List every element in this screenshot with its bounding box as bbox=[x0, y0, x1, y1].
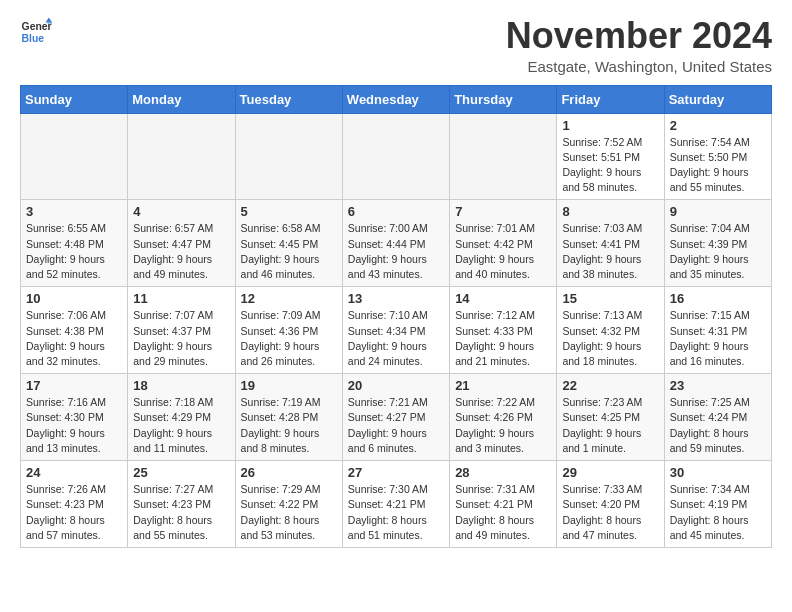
calendar-cell: 30Sunrise: 7:34 AMSunset: 4:19 PMDayligh… bbox=[664, 461, 771, 548]
logo: General Blue bbox=[20, 16, 52, 48]
day-detail: Sunrise: 6:57 AMSunset: 4:47 PMDaylight:… bbox=[133, 221, 229, 282]
day-detail: Sunrise: 7:26 AMSunset: 4:23 PMDaylight:… bbox=[26, 482, 122, 543]
calendar-week-4: 17Sunrise: 7:16 AMSunset: 4:30 PMDayligh… bbox=[21, 374, 772, 461]
header-row: Sunday Monday Tuesday Wednesday Thursday… bbox=[21, 85, 772, 113]
calendar-cell: 24Sunrise: 7:26 AMSunset: 4:23 PMDayligh… bbox=[21, 461, 128, 548]
day-detail: Sunrise: 7:29 AMSunset: 4:22 PMDaylight:… bbox=[241, 482, 337, 543]
day-detail: Sunrise: 7:34 AMSunset: 4:19 PMDaylight:… bbox=[670, 482, 766, 543]
day-detail: Sunrise: 7:15 AMSunset: 4:31 PMDaylight:… bbox=[670, 308, 766, 369]
day-number: 13 bbox=[348, 291, 444, 306]
day-number: 19 bbox=[241, 378, 337, 393]
day-number: 12 bbox=[241, 291, 337, 306]
day-number: 29 bbox=[562, 465, 658, 480]
day-detail: Sunrise: 7:06 AMSunset: 4:38 PMDaylight:… bbox=[26, 308, 122, 369]
svg-text:General: General bbox=[22, 21, 52, 32]
calendar-cell: 9Sunrise: 7:04 AMSunset: 4:39 PMDaylight… bbox=[664, 200, 771, 287]
day-number: 2 bbox=[670, 118, 766, 133]
calendar-week-3: 10Sunrise: 7:06 AMSunset: 4:38 PMDayligh… bbox=[21, 287, 772, 374]
day-detail: Sunrise: 7:22 AMSunset: 4:26 PMDaylight:… bbox=[455, 395, 551, 456]
calendar-cell bbox=[450, 113, 557, 200]
calendar-header: Sunday Monday Tuesday Wednesday Thursday… bbox=[21, 85, 772, 113]
page-header: General Blue November 2024 Eastgate, Was… bbox=[20, 16, 772, 75]
day-detail: Sunrise: 7:09 AMSunset: 4:36 PMDaylight:… bbox=[241, 308, 337, 369]
col-saturday: Saturday bbox=[664, 85, 771, 113]
day-number: 4 bbox=[133, 204, 229, 219]
calendar-week-5: 24Sunrise: 7:26 AMSunset: 4:23 PMDayligh… bbox=[21, 461, 772, 548]
day-number: 30 bbox=[670, 465, 766, 480]
day-detail: Sunrise: 7:52 AMSunset: 5:51 PMDaylight:… bbox=[562, 135, 658, 196]
day-detail: Sunrise: 7:01 AMSunset: 4:42 PMDaylight:… bbox=[455, 221, 551, 282]
col-thursday: Thursday bbox=[450, 85, 557, 113]
calendar-cell: 19Sunrise: 7:19 AMSunset: 4:28 PMDayligh… bbox=[235, 374, 342, 461]
calendar-table: Sunday Monday Tuesday Wednesday Thursday… bbox=[20, 85, 772, 548]
col-monday: Monday bbox=[128, 85, 235, 113]
day-number: 18 bbox=[133, 378, 229, 393]
day-number: 16 bbox=[670, 291, 766, 306]
day-number: 26 bbox=[241, 465, 337, 480]
day-number: 10 bbox=[26, 291, 122, 306]
calendar-cell: 15Sunrise: 7:13 AMSunset: 4:32 PMDayligh… bbox=[557, 287, 664, 374]
calendar-cell: 22Sunrise: 7:23 AMSunset: 4:25 PMDayligh… bbox=[557, 374, 664, 461]
day-number: 24 bbox=[26, 465, 122, 480]
day-detail: Sunrise: 7:12 AMSunset: 4:33 PMDaylight:… bbox=[455, 308, 551, 369]
calendar-week-2: 3Sunrise: 6:55 AMSunset: 4:48 PMDaylight… bbox=[21, 200, 772, 287]
calendar-cell: 8Sunrise: 7:03 AMSunset: 4:41 PMDaylight… bbox=[557, 200, 664, 287]
day-number: 7 bbox=[455, 204, 551, 219]
day-detail: Sunrise: 7:04 AMSunset: 4:39 PMDaylight:… bbox=[670, 221, 766, 282]
day-detail: Sunrise: 7:10 AMSunset: 4:34 PMDaylight:… bbox=[348, 308, 444, 369]
day-detail: Sunrise: 7:21 AMSunset: 4:27 PMDaylight:… bbox=[348, 395, 444, 456]
col-sunday: Sunday bbox=[21, 85, 128, 113]
col-tuesday: Tuesday bbox=[235, 85, 342, 113]
day-detail: Sunrise: 7:31 AMSunset: 4:21 PMDaylight:… bbox=[455, 482, 551, 543]
day-detail: Sunrise: 7:19 AMSunset: 4:28 PMDaylight:… bbox=[241, 395, 337, 456]
calendar-cell: 20Sunrise: 7:21 AMSunset: 4:27 PMDayligh… bbox=[342, 374, 449, 461]
day-number: 6 bbox=[348, 204, 444, 219]
calendar-cell: 4Sunrise: 6:57 AMSunset: 4:47 PMDaylight… bbox=[128, 200, 235, 287]
title-block: November 2024 Eastgate, Washington, Unit… bbox=[506, 16, 772, 75]
col-friday: Friday bbox=[557, 85, 664, 113]
day-number: 20 bbox=[348, 378, 444, 393]
day-detail: Sunrise: 7:13 AMSunset: 4:32 PMDaylight:… bbox=[562, 308, 658, 369]
day-detail: Sunrise: 7:54 AMSunset: 5:50 PMDaylight:… bbox=[670, 135, 766, 196]
day-detail: Sunrise: 7:33 AMSunset: 4:20 PMDaylight:… bbox=[562, 482, 658, 543]
svg-text:Blue: Blue bbox=[22, 33, 45, 44]
col-wednesday: Wednesday bbox=[342, 85, 449, 113]
calendar-cell: 27Sunrise: 7:30 AMSunset: 4:21 PMDayligh… bbox=[342, 461, 449, 548]
calendar-cell: 10Sunrise: 7:06 AMSunset: 4:38 PMDayligh… bbox=[21, 287, 128, 374]
calendar-cell: 29Sunrise: 7:33 AMSunset: 4:20 PMDayligh… bbox=[557, 461, 664, 548]
calendar-cell: 28Sunrise: 7:31 AMSunset: 4:21 PMDayligh… bbox=[450, 461, 557, 548]
day-number: 14 bbox=[455, 291, 551, 306]
calendar-cell: 23Sunrise: 7:25 AMSunset: 4:24 PMDayligh… bbox=[664, 374, 771, 461]
day-number: 25 bbox=[133, 465, 229, 480]
calendar-cell: 25Sunrise: 7:27 AMSunset: 4:23 PMDayligh… bbox=[128, 461, 235, 548]
calendar-cell: 11Sunrise: 7:07 AMSunset: 4:37 PMDayligh… bbox=[128, 287, 235, 374]
calendar-cell: 3Sunrise: 6:55 AMSunset: 4:48 PMDaylight… bbox=[21, 200, 128, 287]
calendar-week-1: 1Sunrise: 7:52 AMSunset: 5:51 PMDaylight… bbox=[21, 113, 772, 200]
day-number: 8 bbox=[562, 204, 658, 219]
calendar-cell bbox=[21, 113, 128, 200]
calendar-cell: 14Sunrise: 7:12 AMSunset: 4:33 PMDayligh… bbox=[450, 287, 557, 374]
location-subtitle: Eastgate, Washington, United States bbox=[506, 58, 772, 75]
day-number: 21 bbox=[455, 378, 551, 393]
calendar-cell bbox=[342, 113, 449, 200]
day-number: 11 bbox=[133, 291, 229, 306]
day-number: 22 bbox=[562, 378, 658, 393]
calendar-cell: 16Sunrise: 7:15 AMSunset: 4:31 PMDayligh… bbox=[664, 287, 771, 374]
calendar-cell: 6Sunrise: 7:00 AMSunset: 4:44 PMDaylight… bbox=[342, 200, 449, 287]
day-detail: Sunrise: 7:03 AMSunset: 4:41 PMDaylight:… bbox=[562, 221, 658, 282]
day-number: 3 bbox=[26, 204, 122, 219]
calendar-cell: 17Sunrise: 7:16 AMSunset: 4:30 PMDayligh… bbox=[21, 374, 128, 461]
day-number: 1 bbox=[562, 118, 658, 133]
calendar-cell: 5Sunrise: 6:58 AMSunset: 4:45 PMDaylight… bbox=[235, 200, 342, 287]
calendar-cell: 13Sunrise: 7:10 AMSunset: 4:34 PMDayligh… bbox=[342, 287, 449, 374]
calendar-cell: 12Sunrise: 7:09 AMSunset: 4:36 PMDayligh… bbox=[235, 287, 342, 374]
logo-icon: General Blue bbox=[20, 16, 52, 48]
day-detail: Sunrise: 7:23 AMSunset: 4:25 PMDaylight:… bbox=[562, 395, 658, 456]
day-detail: Sunrise: 6:58 AMSunset: 4:45 PMDaylight:… bbox=[241, 221, 337, 282]
day-number: 9 bbox=[670, 204, 766, 219]
day-detail: Sunrise: 7:00 AMSunset: 4:44 PMDaylight:… bbox=[348, 221, 444, 282]
day-number: 27 bbox=[348, 465, 444, 480]
calendar-cell: 26Sunrise: 7:29 AMSunset: 4:22 PMDayligh… bbox=[235, 461, 342, 548]
day-number: 15 bbox=[562, 291, 658, 306]
day-detail: Sunrise: 7:18 AMSunset: 4:29 PMDaylight:… bbox=[133, 395, 229, 456]
